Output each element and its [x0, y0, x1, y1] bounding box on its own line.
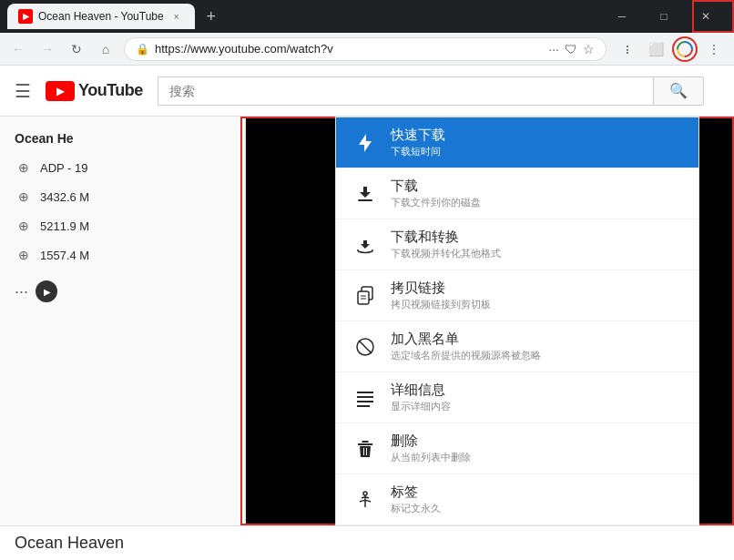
menu-item-details[interactable]: 详细信息 显示详细内容: [336, 372, 698, 423]
details-title: 详细信息: [391, 382, 451, 399]
delete-title: 删除: [391, 433, 471, 450]
url-text: https://www.youtube.com/watch?v: [155, 42, 543, 56]
context-menu-overlay: 快速下载 下载短时间 下载: [0, 117, 734, 525]
reload-button[interactable]: ↻: [66, 38, 87, 60]
download-convert-title: 下载和转换: [391, 229, 501, 246]
address-bar: ← → ↻ ⌂ 🔒 https://www.youtube.com/watch?…: [0, 33, 734, 66]
svg-rect-13: [358, 443, 372, 445]
copy-link-title: 拷贝链接: [391, 280, 491, 297]
tab-title: Ocean Heaven - YouTube: [38, 10, 164, 23]
svg-rect-11: [357, 401, 373, 402]
new-tab-button[interactable]: +: [199, 4, 224, 29]
minimize-button[interactable]: ─: [601, 0, 643, 33]
video-title: Ocean Heaven: [15, 534, 124, 552]
close-button[interactable]: ✕: [685, 0, 727, 33]
tag-title: 标签: [391, 484, 441, 501]
details-icon: [351, 383, 380, 412]
hamburger-menu-icon[interactable]: ☰: [15, 80, 31, 102]
lock-icon: 🔒: [136, 43, 149, 56]
svg-rect-9: [357, 392, 373, 393]
menu-item-delete[interactable]: 删除 从当前列表中删除: [336, 423, 698, 474]
home-button[interactable]: ⌂: [95, 38, 117, 60]
svg-rect-12: [357, 405, 370, 407]
download-sub: 下载文件到你的磁盘: [391, 196, 481, 209]
delete-icon: [351, 434, 380, 463]
page-bottom-title: Ocean Heaven: [0, 525, 734, 560]
download-content: 下载 下载文件到你的磁盘: [391, 178, 481, 209]
svg-marker-1: [359, 134, 372, 152]
extension-icon[interactable]: [672, 36, 698, 62]
fast-download-sub: 下载短时间: [391, 145, 445, 158]
fast-download-title: 快速下载: [391, 127, 445, 144]
search-input[interactable]: [158, 76, 653, 106]
copy-link-content: 拷贝链接 拷贝视频链接到剪切板: [391, 280, 491, 311]
tab-favicon: ▶: [18, 9, 33, 24]
svg-rect-2: [358, 199, 372, 201]
youtube-logo-icon: ▶: [46, 81, 75, 101]
tabs-icon[interactable]: ⬜: [643, 36, 668, 62]
context-menu-scroll: 快速下载 下载短时间 下载: [336, 117, 698, 525]
window-controls: ─ □ ✕: [601, 0, 727, 33]
menu-item-copy-link[interactable]: 拷贝链接 拷贝视频链接到剪切板: [336, 270, 698, 321]
tag-icon: [351, 485, 380, 514]
tag-sub: 标记文永久: [391, 502, 441, 515]
menu-item-tag[interactable]: 标签 标记文永久: [336, 474, 698, 525]
download-title: 下载: [391, 178, 481, 195]
context-menu: 快速下载 下载短时间 下载: [335, 117, 699, 525]
menu-item-download[interactable]: 下载 下载文件到你的磁盘: [336, 168, 698, 219]
details-sub: 显示详细内容: [391, 400, 451, 413]
blacklist-content: 加入黑名单 选定域名所提供的视频源将被忽略: [391, 331, 541, 362]
menu-item-fast-download[interactable]: 快速下载 下载短时间: [336, 117, 698, 168]
ellipsis-icon[interactable]: ···: [548, 42, 559, 56]
download-icon: [351, 179, 380, 209]
address-icons: ··· 🛡 ☆: [548, 42, 595, 56]
copy-link-sub: 拷贝视频链接到剪切板: [391, 298, 491, 311]
svg-line-8: [359, 341, 372, 353]
search-bar: 🔍: [158, 76, 704, 106]
youtube-logo[interactable]: ▶ YouTube: [46, 81, 143, 101]
back-button[interactable]: ←: [7, 38, 29, 60]
blacklist-sub: 选定域名所提供的视频源将被忽略: [391, 349, 541, 362]
forward-button[interactable]: →: [36, 38, 58, 60]
svg-rect-4: [358, 291, 369, 304]
browser-titlebar: ▶ Ocean Heaven - YouTube × + ─ □ ✕: [0, 0, 734, 33]
main-content: Ocean He ⊕ ADP - 19 ⊕ 3432.6 M ⊕ 5211.9 …: [0, 117, 734, 525]
svg-rect-10: [357, 396, 373, 398]
toolbar-icons: ⫶ ⬜ ⋮: [614, 36, 727, 62]
svg-point-14: [363, 492, 367, 495]
menu-item-download-convert[interactable]: 下载和转换 下载视频并转化其他格式: [336, 219, 698, 270]
details-content: 详细信息 显示详细内容: [391, 382, 451, 413]
bookmarks-icon[interactable]: ⫶: [614, 36, 639, 62]
blacklist-icon: [351, 332, 380, 361]
menu-icon[interactable]: ⋮: [701, 36, 727, 62]
address-input[interactable]: 🔒 https://www.youtube.com/watch?v ··· 🛡 …: [124, 37, 607, 61]
shield-icon: 🛡: [565, 42, 577, 56]
download-convert-sub: 下载视频并转化其他格式: [391, 247, 501, 260]
page-content: ☰ ▶ YouTube 🔍 Ocean He ⊕ ADP - 19 ⊕ 3432…: [0, 66, 734, 560]
youtube-logo-text: YouTube: [78, 81, 143, 100]
star-icon[interactable]: ☆: [583, 42, 595, 56]
copy-link-icon: [351, 281, 380, 311]
menu-item-blacklist[interactable]: 加入黑名单 选定域名所提供的视频源将被忽略: [336, 321, 698, 372]
fast-download-content: 快速下载 下载短时间: [391, 127, 445, 158]
maximize-button[interactable]: □: [643, 0, 685, 33]
youtube-header: ☰ ▶ YouTube 🔍: [0, 66, 734, 117]
blacklist-title: 加入黑名单: [391, 331, 541, 348]
fast-download-icon: [351, 128, 380, 158]
delete-sub: 从当前列表中删除: [391, 451, 471, 464]
delete-content: 删除 从当前列表中删除: [391, 433, 471, 464]
tab-bar: ▶ Ocean Heaven - YouTube × +: [7, 0, 597, 33]
tag-content: 标签 标记文永久: [391, 484, 441, 515]
active-tab[interactable]: ▶ Ocean Heaven - YouTube ×: [7, 4, 195, 29]
search-button[interactable]: 🔍: [653, 76, 704, 106]
download-convert-icon: [351, 230, 380, 260]
download-convert-content: 下载和转换 下载视频并转化其他格式: [391, 229, 501, 260]
tab-close-button[interactable]: ×: [169, 9, 184, 24]
